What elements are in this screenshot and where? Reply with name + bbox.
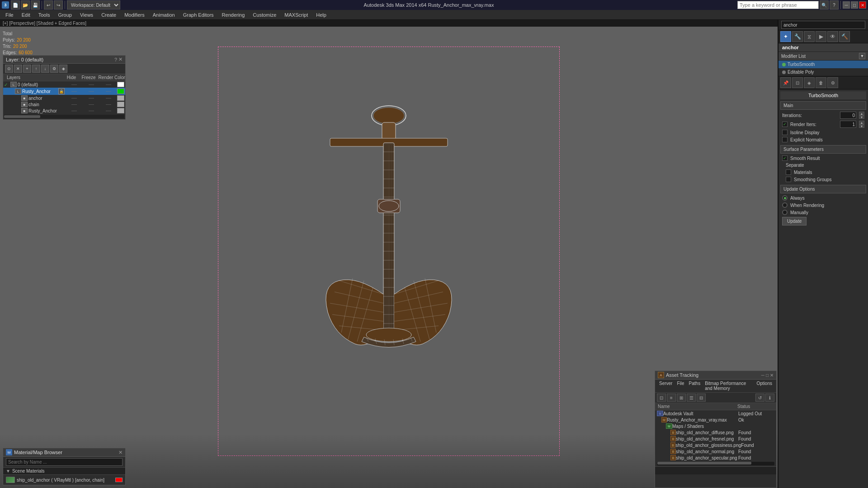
layers-settings-btn[interactable]: ⚙ — [50, 65, 58, 73]
asset-close-btn[interactable]: ✕ — [770, 373, 774, 378]
ts-explicit-checkbox[interactable] — [782, 137, 788, 142]
mat-search-input[interactable] — [6, 458, 123, 466]
asset-detail-btn[interactable]: ☰ — [687, 394, 696, 402]
menu-tools[interactable]: Tools — [35, 11, 54, 19]
undo-btn[interactable]: ↩ — [44, 0, 53, 9]
menu-file[interactable]: File — [2, 11, 17, 19]
layers-select-btn[interactable]: ⊙ — [5, 65, 13, 73]
layers-add-btn[interactable]: + — [23, 65, 31, 73]
ts-render-spinner[interactable]: ▲ ▼ — [859, 121, 864, 128]
mat-section-header[interactable]: ▼ Scene Materials — [3, 468, 125, 475]
motion-panel-btn[interactable]: ▶ — [816, 31, 826, 42]
ts-materials-checkbox[interactable] — [786, 169, 791, 175]
search-input[interactable] — [737, 1, 819, 9]
ts-when-rendering-radio[interactable] — [782, 202, 788, 208]
ts-surface-header[interactable]: Surface Parameters — [780, 145, 866, 154]
asset-menu-server[interactable]: Server — [658, 380, 674, 391]
new-file-btn[interactable]: 📄 — [11, 0, 20, 9]
create-panel-btn[interactable]: ✦ — [780, 31, 791, 42]
layers-move-up-btn[interactable]: ↑ — [32, 65, 40, 73]
ts-sg-checkbox[interactable] — [786, 177, 791, 182]
asset-info-btn[interactable]: ℹ — [765, 394, 774, 402]
at-row-normal[interactable]: B ship_old_anchor_normal.png Found — [655, 448, 776, 455]
minimize-btn[interactable]: ─ — [843, 1, 850, 9]
at-row-vault[interactable]: V Autodesk Vault Logged Out — [655, 410, 776, 417]
open-file-btn[interactable]: 📂 — [21, 0, 30, 9]
ts-render-up[interactable]: ▲ — [859, 121, 864, 124]
at-row-maps[interactable]: M Maps / Shaders — [655, 423, 776, 429]
show-end-btn[interactable]: ⊡ — [792, 77, 803, 88]
modifier-editable-poly[interactable]: Editable Poly — [778, 68, 868, 76]
ts-update-header[interactable]: Update Options — [780, 185, 866, 193]
mat-item[interactable]: ship_old_anchor ( VRayMtl ) [anchor, cha… — [3, 475, 125, 485]
ts-main-header[interactable]: Main — [780, 101, 866, 110]
maximize-btn[interactable]: □ — [851, 1, 858, 9]
at-row-diffuse[interactable]: B ship_old_anchor_diffuse.png Found — [655, 429, 776, 436]
redo-btn[interactable]: ↪ — [54, 0, 63, 9]
menu-group[interactable]: Group — [54, 11, 75, 19]
menu-edit[interactable]: Edit — [18, 11, 34, 19]
ts-render-iters-checkbox[interactable]: ✓ — [782, 122, 788, 127]
workspace-dropdown[interactable]: Workspace: Default — [67, 0, 120, 9]
layer-rusty2-color[interactable] — [117, 108, 124, 113]
search-btn[interactable]: 🔍 — [820, 0, 829, 9]
layer-row-rusty-anchor[interactable]: L Rusty_Anchor 🔒 ---- ---- ---- — [3, 88, 125, 95]
menu-animation[interactable]: Animation — [149, 11, 179, 19]
pin-mod-btn[interactable]: 📌 — [780, 77, 791, 88]
mat-browser-close-btn[interactable]: ✕ — [118, 450, 123, 455]
rp-search-input[interactable]: anchor — [781, 21, 865, 29]
menu-graph-editors[interactable]: Graph Editors — [179, 11, 217, 19]
layer-chain-color[interactable] — [117, 102, 124, 107]
utilities-panel-btn[interactable]: 🔨 — [839, 31, 850, 42]
ts-iter-up[interactable]: ▲ — [859, 112, 864, 115]
asset-menu-paths[interactable]: Paths — [688, 380, 702, 391]
asset-refresh-btn[interactable]: ↺ — [755, 394, 764, 402]
ts-iterations-spinner[interactable]: ▲ ▼ — [859, 112, 864, 119]
menu-help[interactable]: Help — [312, 11, 330, 19]
layers-close-btn[interactable]: ✕ — [118, 56, 123, 62]
asset-minimize-btn[interactable]: ─ — [761, 373, 764, 378]
asset-menu-file[interactable]: File — [675, 380, 685, 391]
modify-panel-btn[interactable]: 🔧 — [792, 31, 803, 42]
ts-smooth-checkbox[interactable]: ✓ — [782, 155, 788, 161]
asset-connect-btn[interactable]: ⊡ — [657, 394, 666, 402]
ts-update-btn[interactable]: Update — [782, 217, 807, 225]
configure-btn[interactable]: ⚙ — [827, 77, 838, 88]
at-row-specular[interactable]: B ship_old_anchor_specular.png Found — [655, 455, 776, 461]
ts-isoline-checkbox[interactable] — [782, 130, 788, 135]
asset-menu-bitmap[interactable]: Bitmap Performance and Memory — [703, 380, 753, 391]
modifier-list-expand-btn[interactable]: ▼ — [859, 53, 865, 59]
layer-row-rusty2[interactable]: ■ Rusty_Anchor ---- ---- ---- — [3, 108, 125, 114]
make-unique-btn[interactable]: ◈ — [804, 77, 815, 88]
asset-h-scrollbar[interactable] — [657, 462, 774, 465]
layer-row-anchor[interactable]: ■ anchor ---- ---- ---- — [3, 95, 125, 101]
asset-restore-btn[interactable]: □ — [766, 373, 769, 378]
layers-scrollbar[interactable] — [4, 115, 124, 118]
menu-modifiers[interactable]: Modifiers — [121, 11, 148, 19]
layer-row-chain[interactable]: ■ chain ---- ---- ---- — [3, 101, 125, 108]
modifier-turbosmooth[interactable]: TurboSmooth — [778, 61, 868, 68]
at-row-glossiness[interactable]: B ship_old_anchor_glossiness.png Found — [655, 442, 776, 448]
layers-highlight-btn[interactable]: ◈ — [59, 65, 67, 73]
ts-iterations-input[interactable]: 0 — [840, 112, 856, 119]
layer-row-default[interactable]: ✓ L 0 (default) ---- ---- ---- — [3, 81, 125, 88]
asset-grid-btn[interactable]: ⊞ — [677, 394, 686, 402]
close-btn[interactable]: ✕ — [859, 1, 866, 9]
layers-delete-btn[interactable]: ✕ — [14, 65, 22, 73]
remove-mod-btn[interactable]: 🗑 — [816, 77, 826, 88]
layers-move-down-btn[interactable]: ↓ — [41, 65, 49, 73]
ts-render-down[interactable]: ▼ — [859, 124, 864, 128]
asset-menu-options[interactable]: Options — [755, 380, 774, 391]
menu-views[interactable]: Views — [76, 11, 97, 19]
layer-ra-color[interactable] — [117, 89, 124, 94]
menu-rendering[interactable]: Rendering — [218, 11, 249, 19]
layer-default-color[interactable] — [117, 82, 124, 87]
layer-anchor-color[interactable] — [117, 95, 124, 101]
hierarchy-panel-btn[interactable]: ⧖ — [804, 31, 815, 42]
ts-iter-down[interactable]: ▼ — [859, 115, 864, 119]
at-row-fresnel[interactable]: B ship_old_anchor_fresnel.png Found — [655, 436, 776, 442]
asset-list-btn[interactable]: ≡ — [667, 394, 676, 402]
layers-help-btn[interactable]: ? — [114, 57, 117, 62]
ts-render-iters-input[interactable]: 1 — [840, 121, 856, 128]
ts-always-radio[interactable] — [782, 195, 788, 201]
